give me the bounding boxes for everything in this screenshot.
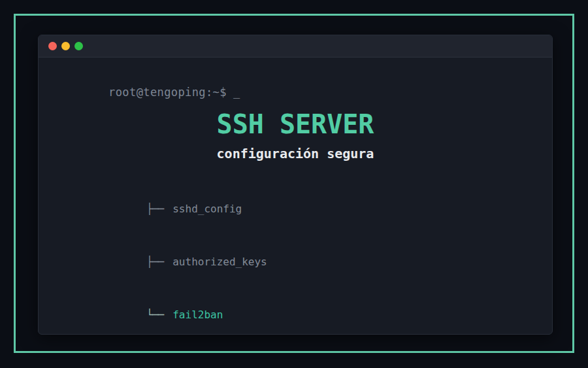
tree-branch-icon: ├── (146, 203, 163, 215)
terminal-title-bar (39, 35, 552, 58)
tree-branch-icon: └── (146, 309, 163, 321)
tree-row-authorized-keys: ├──authorized_keys (84, 235, 267, 288)
file-tree: ├──sshd_config ├──authorized_keys └──fai… (84, 182, 267, 335)
cursor: _ (233, 86, 240, 99)
tree-row-sshd-config: ├──sshd_config (84, 182, 267, 235)
tree-item-label: fail2ban (172, 309, 223, 321)
tree-branch-icon: ├── (146, 256, 163, 268)
tree-item-label: authorized_keys (172, 256, 267, 268)
terminal-prompt-line[interactable]: root@tengoping:~$_ (53, 73, 240, 112)
terminal-body: root@tengoping:~$_ SSH SERVER configurac… (39, 58, 552, 335)
terminal-window: root@tengoping:~$_ SSH SERVER configurac… (38, 35, 553, 335)
tree-row-fail2ban: └──fail2ban (84, 288, 267, 335)
prompt-text: root@tengoping:~$ (108, 86, 227, 99)
close-button[interactable] (48, 42, 57, 50)
minimize-button[interactable] (61, 42, 70, 50)
tree-item-label: sshd_config (172, 203, 242, 215)
maximize-button[interactable] (74, 42, 83, 50)
page-subtitle: configuración segura (39, 146, 552, 161)
page-title: SSH SERVER (39, 109, 552, 140)
page: root@tengoping:~$_ SSH SERVER configurac… (0, 0, 588, 368)
